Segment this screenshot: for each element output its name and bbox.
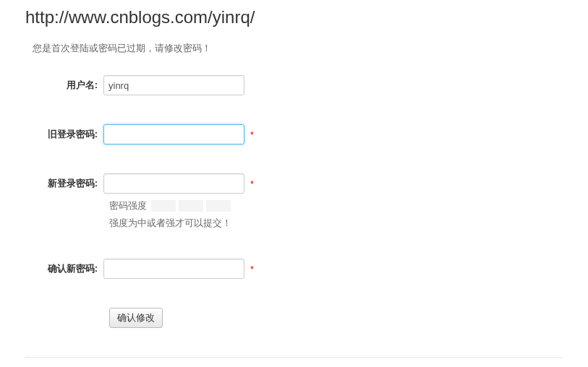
strength-label: 密码强度: [109, 199, 147, 212]
strength-bar-strong: [206, 200, 231, 212]
new-password-label: 新登录密码:: [25, 177, 103, 190]
username-row: 用户名:: [25, 75, 563, 95]
confirm-password-input[interactable]: [103, 259, 244, 279]
old-password-row: 旧登录密码: *: [25, 124, 563, 144]
username-input[interactable]: [103, 75, 244, 95]
new-password-required: *: [250, 178, 254, 189]
username-label: 用户名:: [25, 79, 103, 92]
new-password-row: 新登录密码: *: [25, 173, 563, 194]
confirm-password-label: 确认新密码:: [25, 262, 103, 275]
strength-bar-medium: [179, 200, 203, 212]
confirm-password-required: *: [250, 264, 254, 275]
new-password-input[interactable]: [103, 173, 244, 194]
submit-button[interactable]: 确认修改: [109, 308, 163, 328]
page-url-heading: http://www.cnblogs.com/yinrq/: [25, 7, 563, 27]
strength-bars: [151, 200, 231, 212]
strength-bar-weak: [151, 200, 176, 212]
divider: [25, 357, 563, 358]
old-password-input[interactable]: [103, 124, 244, 144]
notice-message: 您是首次登陆或密码已过期，请修改密码！: [33, 42, 563, 55]
old-password-required: *: [250, 129, 254, 140]
old-password-label: 旧登录密码:: [25, 128, 103, 141]
confirm-password-row: 确认新密码: *: [25, 259, 563, 279]
strength-hint: 强度为中或者强才可以提交！: [109, 217, 563, 230]
password-strength-row: 密码强度: [109, 199, 563, 212]
